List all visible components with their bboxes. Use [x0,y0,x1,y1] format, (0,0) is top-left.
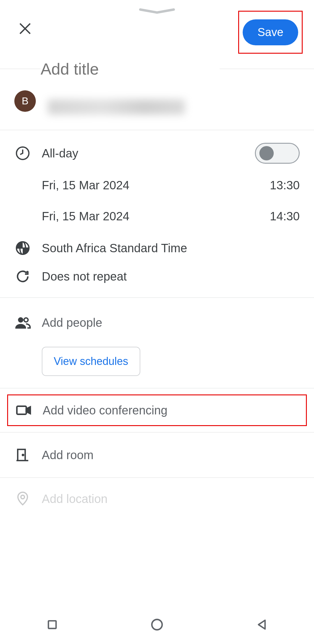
nav-recent-button[interactable] [46,618,59,631]
clock-icon [14,145,31,162]
globe-icon [14,240,31,256]
room-icon [14,447,31,463]
add-room-label: Add room [42,448,300,462]
calendar-email-redacted [48,99,185,115]
svg-point-10 [24,318,28,322]
add-people-label: Add people [42,316,300,329]
repeat-icon [14,268,31,285]
add-location-label: Add location [42,492,300,506]
all-day-toggle[interactable] [255,143,300,164]
people-icon [14,314,31,331]
repeat-label: Does not repeat [42,270,300,283]
title-input[interactable] [41,51,220,99]
add-video-label: Add video conferencing [43,404,299,417]
save-button[interactable]: Save [243,19,298,45]
location-pin-icon [14,490,31,507]
svg-point-15 [22,454,24,456]
view-schedules-button[interactable]: View schedules [42,347,140,376]
nav-back-button[interactable] [255,618,268,631]
android-nav-bar [0,605,314,644]
svg-rect-17 [48,621,56,628]
nav-home-button[interactable] [150,618,164,631]
end-time: 14:30 [270,210,300,223]
svg-point-16 [21,495,24,499]
timezone-row[interactable]: South Africa Standard Time [0,232,314,264]
svg-point-9 [18,317,23,323]
close-button[interactable] [17,20,33,37]
start-time: 13:30 [270,179,300,192]
avatar: B [14,90,36,112]
add-location-row[interactable]: Add location [0,478,314,520]
end-date: Fri, 15 Mar 2024 [42,210,270,223]
svg-point-18 [152,620,162,630]
timezone-label: South Africa Standard Time [42,242,300,255]
add-video-conferencing-row[interactable]: Add video conferencing [7,394,307,426]
all-day-label: All-day [42,147,255,160]
start-date-row[interactable]: Fri, 15 Mar 2024 13:30 [0,170,314,201]
svg-rect-11 [17,406,27,414]
end-date-row[interactable]: Fri, 15 Mar 2024 14:30 [0,201,314,232]
repeat-row[interactable]: Does not repeat [0,264,314,297]
add-people-row[interactable]: Add people [0,306,314,339]
video-icon [15,402,32,419]
start-date: Fri, 15 Mar 2024 [42,179,270,192]
add-room-row[interactable]: Add room [0,433,314,477]
